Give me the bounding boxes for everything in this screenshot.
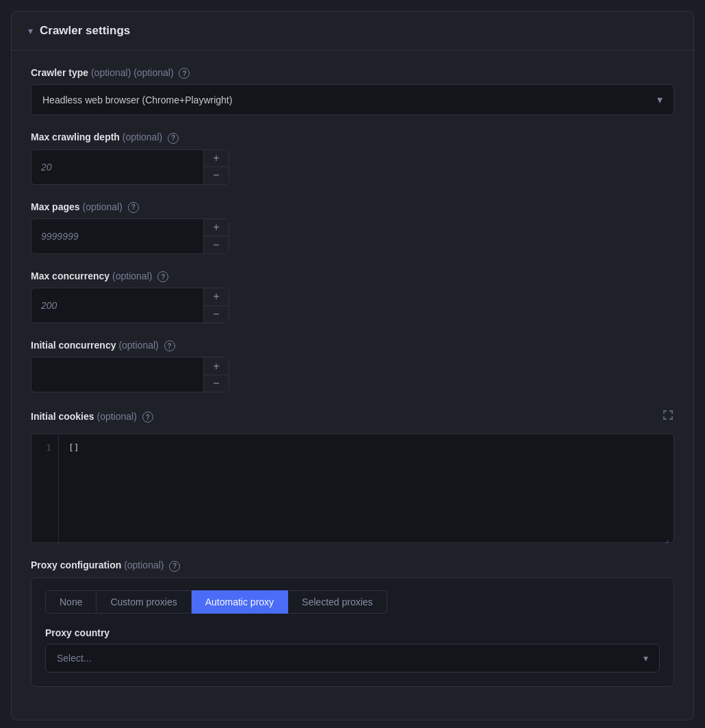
max-pages-stepper: + −	[203, 219, 229, 253]
panel-body: Crawler type (optional) (optional) ? Hea…	[12, 51, 693, 703]
max-concurrency-help-icon[interactable]: ?	[157, 271, 168, 282]
max-concurrency-input-wrapper: + −	[31, 288, 229, 323]
proxy-configuration-label: Proxy configuration (optional) ?	[31, 560, 674, 571]
crawler-settings-panel: ▾ Crawler settings Crawler type (optiona…	[11, 11, 694, 720]
max-crawling-depth-help-icon[interactable]: ?	[168, 133, 179, 144]
proxy-tab-custom[interactable]: Custom proxies	[97, 590, 191, 614]
proxy-country-placeholder: Select...	[57, 653, 92, 664]
panel-title: Crawler settings	[40, 24, 130, 38]
collapse-icon: ▾	[28, 25, 33, 36]
max-crawling-depth-stepper: + −	[203, 150, 229, 184]
panel-header[interactable]: ▾ Crawler settings	[12, 12, 693, 51]
proxy-country-select[interactable]: Select... ▾	[45, 644, 660, 673]
initial-cookies-editor-wrapper: 1 [] ⌟	[31, 434, 674, 543]
expand-icon[interactable]	[662, 409, 674, 424]
max-concurrency-label: Max concurrency (optional) ?	[31, 271, 674, 282]
max-crawling-depth-label: Max crawling depth (optional) ?	[31, 131, 674, 143]
proxy-tab-selected[interactable]: Selected proxies	[288, 590, 387, 614]
max-pages-help-icon[interactable]: ?	[128, 202, 139, 213]
line-numbers: 1	[31, 434, 59, 542]
initial-concurrency-label: Initial concurrency (optional) ?	[31, 340, 674, 351]
crawler-type-select[interactable]: Headless web browser (Chrome+Playwright)…	[31, 84, 674, 115]
initial-cookies-group: Initial cookies (optional) ?	[31, 409, 674, 543]
crawler-type-help-icon[interactable]: ?	[179, 68, 190, 79]
proxy-configuration-help-icon[interactable]: ?	[169, 561, 180, 572]
proxy-country-group: Proxy country Select... ▾	[45, 627, 660, 673]
max-crawling-depth-group: Max crawling depth (optional) ? + −	[31, 131, 674, 184]
max-pages-increment[interactable]: +	[204, 219, 229, 237]
proxy-tab-automatic[interactable]: Automatic proxy	[192, 590, 288, 614]
svg-rect-3	[671, 410, 673, 414]
max-crawling-depth-input-wrapper: + −	[31, 149, 229, 185]
proxy-section: None Custom proxies Automatic proxy Sele…	[31, 577, 674, 687]
initial-cookies-editor: 1 []	[31, 434, 674, 543]
svg-rect-1	[663, 410, 665, 414]
initial-concurrency-help-icon[interactable]: ?	[164, 340, 175, 351]
svg-rect-5	[663, 416, 665, 420]
initial-cookies-header: Initial cookies (optional) ?	[31, 409, 674, 424]
initial-concurrency-input[interactable]	[31, 357, 203, 392]
max-concurrency-decrement[interactable]: −	[204, 306, 229, 323]
crawler-type-group: Crawler type (optional) (optional) ? Hea…	[31, 67, 674, 115]
initial-concurrency-decrement[interactable]: −	[204, 375, 229, 392]
crawler-type-label: Crawler type (optional) (optional) ?	[31, 67, 674, 79]
crawler-type-arrow: ▾	[657, 93, 663, 106]
max-pages-label: Max pages (optional) ?	[31, 201, 674, 213]
svg-rect-7	[671, 416, 673, 420]
max-concurrency-input[interactable]	[31, 288, 203, 323]
max-crawling-depth-increment[interactable]: +	[204, 150, 229, 168]
initial-concurrency-increment[interactable]: +	[204, 357, 229, 375]
initial-cookies-help-icon[interactable]: ?	[142, 412, 153, 423]
max-concurrency-group: Max concurrency (optional) ? + −	[31, 271, 674, 323]
max-pages-input[interactable]	[31, 219, 203, 253]
proxy-tabs: None Custom proxies Automatic proxy Sele…	[45, 590, 660, 614]
resize-handle[interactable]: ⌟	[665, 534, 671, 540]
initial-cookies-textarea[interactable]: []	[59, 434, 674, 542]
max-concurrency-increment[interactable]: +	[204, 288, 229, 306]
initial-concurrency-input-wrapper: + −	[31, 357, 229, 392]
proxy-configuration-group: Proxy configuration (optional) ? None Cu…	[31, 560, 674, 686]
max-pages-decrement[interactable]: −	[204, 236, 229, 253]
proxy-country-arrow: ▾	[643, 653, 648, 664]
proxy-tab-none[interactable]: None	[45, 590, 97, 614]
max-concurrency-stepper: + −	[203, 288, 229, 323]
initial-concurrency-group: Initial concurrency (optional) ? + −	[31, 340, 674, 392]
crawler-type-value: Headless web browser (Chrome+Playwright)	[42, 95, 232, 105]
max-pages-group: Max pages (optional) ? + −	[31, 201, 674, 254]
max-crawling-depth-decrement[interactable]: −	[204, 167, 229, 184]
initial-concurrency-stepper: + −	[203, 357, 229, 392]
max-crawling-depth-input[interactable]	[31, 150, 203, 184]
proxy-country-label: Proxy country	[45, 627, 660, 638]
max-pages-input-wrapper: + −	[31, 218, 229, 254]
initial-cookies-label: Initial cookies (optional) ?	[31, 411, 153, 423]
